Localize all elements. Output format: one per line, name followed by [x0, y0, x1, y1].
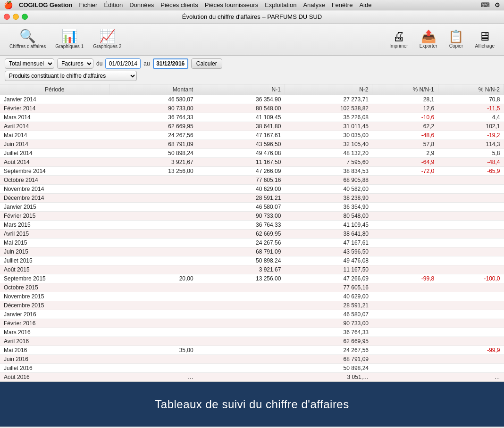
table-cell: [197, 337, 285, 346]
menubar-fenetre[interactable]: Fenêtre: [332, 1, 353, 8]
table-cell: 90 733,00: [109, 104, 197, 113]
table-cell: -19,2: [438, 131, 504, 140]
menubar-fichier[interactable]: Fichier: [79, 1, 97, 8]
table-cell: [372, 194, 438, 203]
table-cell: 41 109,45: [197, 113, 285, 122]
graphiques1-button[interactable]: 📊 Graphiques 1: [51, 28, 87, 51]
table-cell: …: [109, 373, 197, 382]
table-cell: [109, 301, 197, 310]
table-cell: 46 580,07: [285, 310, 372, 319]
type-select[interactable]: Factures: [57, 58, 93, 69]
table-cell: Mai 2015: [0, 239, 109, 247]
menubar-pieces-fournisseurs[interactable]: Pièces fournisseurs: [205, 1, 258, 8]
table-cell: 31 011,45: [285, 122, 372, 131]
copy-icon: 📋: [448, 30, 463, 42]
table-row: Avril 201662 669,95: [0, 337, 504, 346]
table-cell: 68 791,09: [109, 140, 197, 149]
table-cell: 114,3: [438, 140, 504, 149]
table-cell: 36 764,33: [285, 328, 372, 337]
date-from-input[interactable]: [105, 58, 141, 69]
table-row: Octobre 201577 605,16: [0, 283, 504, 292]
table-cell: Novembre 2014: [0, 185, 109, 194]
table-cell: 2,9: [372, 149, 438, 158]
table-cell: [197, 364, 285, 373]
table-cell: [438, 221, 504, 230]
table-row: Juillet 201450 898,2449 476,0848 132,202…: [0, 149, 504, 158]
table-cell: [372, 247, 438, 256]
window-title: Évolution du chiffre d'affaires – PARFUM…: [182, 13, 322, 20]
table-cell: [109, 185, 197, 194]
table-cell: Février 2014: [0, 104, 109, 113]
chiffres-affaires-button[interactable]: 🔍 Chiffres d'affaires: [6, 28, 50, 51]
exporter-button[interactable]: 📤 Exporter: [416, 28, 441, 50]
table-cell: 28,1: [372, 95, 438, 104]
menubar-edition[interactable]: Édition: [104, 1, 123, 8]
table-cell: [438, 355, 504, 364]
table-cell: Novembre 2015: [0, 292, 109, 301]
table-row: Novembre 201540 629,00: [0, 292, 504, 301]
table-cell: Mars 2015: [0, 221, 109, 230]
table-cell: 50 898,24: [109, 149, 197, 158]
menubar-analyse[interactable]: Analyse: [303, 1, 325, 8]
category-select[interactable]: Produits constituant le chiffre d'affair…: [5, 71, 137, 81]
table-cell: Mai 2016: [0, 346, 109, 355]
affichage-button[interactable]: 🖥 Affichage: [471, 28, 498, 50]
table-cell: [197, 328, 285, 337]
menubar: 🍎 COGILOG Gestion Fichier Édition Donnée…: [0, 0, 504, 10]
period-select[interactable]: Total mensuel: [5, 58, 54, 69]
menubar-app[interactable]: COGILOG Gestion: [19, 1, 72, 8]
table-cell: 36 764,33: [109, 113, 197, 122]
table-row: Juillet 201650 898,24: [0, 364, 504, 373]
table-cell: 12,6: [372, 104, 438, 113]
imprimer-button[interactable]: 🖨 Imprimer: [386, 28, 412, 50]
close-button[interactable]: [4, 14, 10, 20]
menubar-donnees[interactable]: Données: [129, 1, 154, 8]
apple-menu[interactable]: 🍎: [4, 0, 13, 9]
table-cell: [197, 292, 285, 301]
table-cell: 40 582,00: [285, 185, 372, 194]
table-cell: 102,1: [438, 122, 504, 131]
table-cell: 4,4: [438, 113, 504, 122]
menubar-aide[interactable]: Aide: [359, 1, 371, 8]
table-row: Juin 201668 791,09: [0, 355, 504, 364]
table-cell: [372, 346, 438, 355]
menubar-exploitation[interactable]: Exploitation: [265, 1, 296, 8]
date-to-input[interactable]: [153, 58, 188, 69]
table-cell: [372, 203, 438, 212]
table-cell: [109, 247, 197, 256]
fullscreen-button[interactable]: [22, 14, 28, 20]
table-cell: 90 733,00: [197, 212, 285, 221]
table-cell: Février 2016: [0, 319, 109, 328]
copier-button[interactable]: 📋 Copier: [445, 28, 467, 50]
table-cell: Juillet 2015: [0, 256, 109, 265]
table-cell: [109, 239, 197, 247]
table-cell: 40 629,00: [285, 292, 372, 301]
menubar-settings-icon[interactable]: ⚙: [495, 1, 500, 8]
table-cell: 62 669,95: [197, 230, 285, 239]
table-header-row: Période Montant N-1 N-2 % N/N-1 % N/N-2: [0, 84, 504, 95]
calculer-button[interactable]: Calculer: [191, 58, 222, 69]
table-cell: 77 605,16: [285, 283, 372, 292]
table-cell: 3 921,67: [197, 265, 285, 274]
table-cell: 46 580,07: [197, 203, 285, 212]
table-cell: Juillet 2014: [0, 149, 109, 158]
table-cell: …: [438, 373, 504, 382]
table-cell: Avril 2015: [0, 230, 109, 239]
affichage-label: Affichage: [475, 43, 495, 49]
menubar-pieces-clients[interactable]: Pièces clients: [160, 1, 198, 8]
graphiques2-button[interactable]: 📈 Graphiques 2: [89, 28, 125, 51]
table-cell: [438, 283, 504, 292]
table-cell: [109, 212, 197, 221]
table-cell: [372, 256, 438, 265]
table-cell: [372, 185, 438, 194]
table-cell: [438, 301, 504, 310]
table-cell: [438, 292, 504, 301]
table-cell: -72,0: [372, 167, 438, 176]
minimize-button[interactable]: [13, 14, 19, 20]
table-cell: Août 2015: [0, 265, 109, 274]
table-cell: [438, 310, 504, 319]
table-cell: [438, 364, 504, 373]
bar-chart2-icon: 📈: [99, 30, 116, 43]
table-cell: [197, 283, 285, 292]
table-cell: [109, 364, 197, 373]
